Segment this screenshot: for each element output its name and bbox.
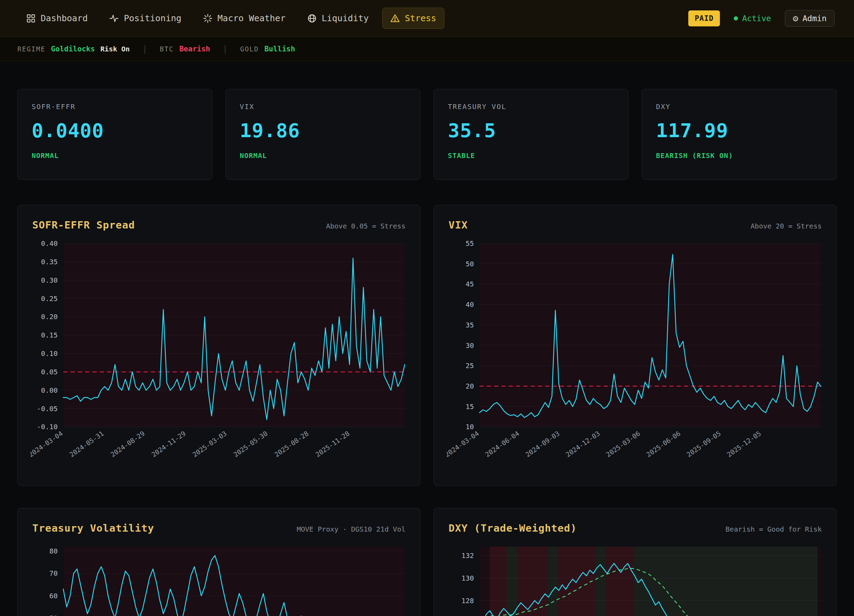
svg-text:0.20: 0.20 [41,312,58,321]
status-label: Active [742,14,771,23]
stat-value: 35.5 [448,119,614,141]
panel-header: DXY (Trade-Weighted) Bearish = Good for … [447,522,824,534]
svg-text:2025-03-03: 2025-03-03 [191,429,228,459]
stat-cards-row: SOFR-EFFR 0.0400 NORMAL VIX 19.86 NORMAL… [17,89,837,180]
svg-text:80: 80 [49,547,58,555]
stat-card-vix: VIX 19.86 NORMAL [226,89,420,180]
svg-text:45: 45 [465,280,474,288]
nav-item-stress[interactable]: Stress [382,8,444,29]
risk-value: Risk On [101,45,130,53]
svg-text:2024-08-29: 2024-08-29 [109,429,146,459]
paid-badge[interactable]: PAID [688,11,720,26]
panel-header: SOFR-EFFR Spread Above 0.05 = Stress [30,219,407,231]
nav-label: Liquidity [322,13,369,23]
status-indicator: Active [734,14,771,23]
panel-title: DXY (Trade-Weighted) [448,522,577,534]
admin-button[interactable]: ⚙ Admin [785,10,834,27]
svg-text:20: 20 [465,382,474,390]
top-navigation-bar: Dashboard Positioning Macro Weather Liqu… [0,0,854,37]
svg-text:128: 128 [461,596,474,605]
svg-text:2024-03-04: 2024-03-04 [30,429,64,459]
svg-text:2024-09-03: 2024-09-03 [524,429,561,459]
svg-text:2025-12-05: 2025-12-05 [726,429,762,459]
nav-item-liquidity[interactable]: Liquidity [299,8,377,29]
svg-text:0.00: 0.00 [41,386,58,394]
svg-text:2025-09-05: 2025-09-05 [685,429,722,459]
chart-panel-sofr-effr-spread: SOFR-EFFR Spread Above 0.05 = Stress 0.4… [17,205,420,486]
stat-card-treasury-vol: TREASURY VOL 35.5 STABLE [434,89,628,180]
stat-status: NORMAL [240,151,406,160]
panel-subtitle: MOVE Proxy · DGS10 21d Vol [297,525,406,533]
panel-subtitle: Above 0.05 = Stress [326,222,406,230]
svg-text:2024-11-29: 2024-11-29 [150,429,187,459]
svg-text:2025-11-28: 2025-11-28 [314,429,351,459]
svg-text:60: 60 [49,592,58,600]
svg-text:2024-06-04: 2024-06-04 [483,429,520,459]
panel-subtitle: Above 20 = Stress [750,222,822,230]
svg-text:0.40: 0.40 [41,239,58,248]
btc-value: Bearish [179,45,210,53]
stat-label: SOFR-EFFR [32,102,198,111]
svg-text:130: 130 [461,574,474,582]
activity-icon [109,14,119,23]
svg-text:0.30: 0.30 [41,276,58,284]
nav-label: Dashboard [41,13,88,23]
nav-label: Positioning [124,13,181,23]
nav-label: Macro Weather [218,13,285,23]
chart-panels-grid: SOFR-EFFR Spread Above 0.05 = Stress 0.4… [17,205,837,616]
grid-icon [26,14,36,23]
svg-text:132: 132 [461,551,474,560]
chart-panel-treasury-volatility: Treasury Volatility MOVE Proxy · DGS10 2… [17,508,420,616]
stat-card-sofr-effr: SOFR-EFFR 0.0400 NORMAL [17,89,212,180]
nav-label: Stress [405,13,436,23]
svg-text:2024-05-31: 2024-05-31 [68,429,105,459]
chart-panel-vix: VIX Above 20 = Stress 555045403530252015… [434,205,837,486]
gold-value: Bullish [264,45,295,53]
svg-text:70: 70 [49,569,58,578]
sparkle-icon [203,14,213,23]
svg-text:0.35: 0.35 [41,258,58,266]
vix-chart: 555045403530252015102024-03-042024-06-04… [447,239,824,472]
stat-value: 0.0400 [32,119,198,141]
svg-text:25: 25 [465,362,474,370]
stat-status: BEARISH (RISK ON) [656,151,822,160]
svg-text:2025-05-30: 2025-05-30 [232,429,269,459]
svg-text:40: 40 [465,300,474,309]
stat-label: VIX [240,102,406,111]
stat-value: 19.86 [240,119,406,141]
stat-label: TREASURY VOL [448,102,614,111]
panel-subtitle: Bearish = Good for Risk [726,525,822,533]
panel-title: SOFR-EFFR Spread [32,219,135,231]
svg-text:2025-03-06: 2025-03-06 [605,429,641,459]
panel-title: Treasury Volatility [32,522,154,534]
panel-header: Treasury Volatility MOVE Proxy · DGS10 2… [30,522,407,534]
nav-item-positioning[interactable]: Positioning [101,8,189,29]
divider: | [142,44,147,54]
svg-text:50: 50 [465,260,474,268]
nav-item-macro-weather[interactable]: Macro Weather [195,8,294,29]
panel-title: VIX [448,219,468,231]
svg-text:30: 30 [465,341,474,350]
sofr-effr-spread-chart: 0.400.350.300.250.200.150.100.050.00-0.0… [30,239,407,472]
svg-text:50: 50 [49,614,58,616]
stat-status: NORMAL [32,151,198,160]
nav-item-dashboard[interactable]: Dashboard [18,8,96,29]
svg-text:0.15: 0.15 [41,331,58,339]
svg-text:35: 35 [465,321,474,329]
globe-icon [307,14,317,23]
svg-text:0.25: 0.25 [41,295,58,303]
btc-label: BTC [160,45,174,53]
svg-text:15: 15 [465,402,474,411]
status-dot-icon [734,16,738,20]
chart-panel-dxy: DXY (Trade-Weighted) Bearish = Good for … [434,508,837,616]
main-content: SOFR-EFFR 0.0400 NORMAL VIX 19.86 NORMAL… [0,89,854,616]
admin-label: Admin [802,14,827,23]
regime-label: REGIME [17,45,46,53]
svg-text:2024-03-04: 2024-03-04 [447,429,480,459]
warning-icon [390,14,400,23]
svg-text:0.05: 0.05 [41,368,58,376]
nav-items: Dashboard Positioning Macro Weather Liqu… [18,8,444,29]
gear-icon: ⚙ [793,14,798,23]
stat-value: 117.99 [656,119,822,141]
treasury-volatility-chart: 8070605040302010 [30,542,407,616]
